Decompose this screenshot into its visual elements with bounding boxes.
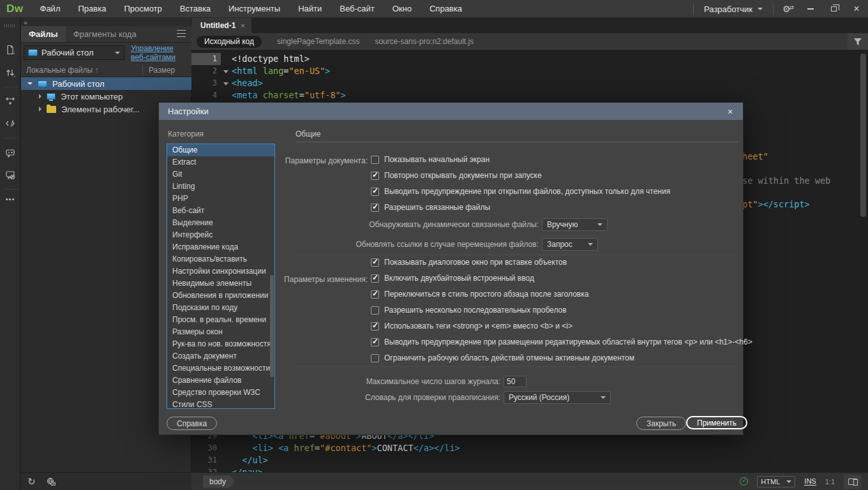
menubar-item[interactable]: Правка	[69, 0, 115, 18]
open-document-icon[interactable]	[4, 43, 17, 56]
category-item[interactable]: Git	[167, 168, 274, 181]
close-button[interactable]: Закрыть	[636, 417, 686, 430]
category-item[interactable]: Выделение	[167, 217, 274, 229]
category-item[interactable]: Подсказки по коду	[167, 302, 274, 314]
site-selector[interactable]: Рабочий стол	[24, 45, 124, 60]
category-item[interactable]: Сравнение файлов	[167, 375, 274, 387]
menubar-item[interactable]: Файл	[31, 0, 70, 18]
apply-comment-icon[interactable]	[4, 147, 17, 160]
checkbox[interactable]	[371, 188, 379, 196]
menubar-item[interactable]: Инструменты	[220, 0, 289, 18]
remove-comment-icon[interactable]	[4, 168, 17, 181]
close-tab-icon[interactable]	[241, 22, 244, 29]
refresh-icon[interactable]	[27, 476, 36, 487]
code-format-icon[interactable]	[4, 117, 17, 130]
code-lines-top[interactable]: 1 <!doctype html> 2 <html lang="en-US"> …	[191, 53, 855, 101]
checkbox[interactable]	[371, 172, 379, 180]
close-dialog-icon[interactable]	[724, 105, 737, 118]
live-reload-icon[interactable]	[4, 94, 17, 107]
menubar-item[interactable]: Вставка	[171, 0, 220, 18]
category-item[interactable]: Общие	[167, 144, 274, 156]
syntax-select[interactable]: HTML	[757, 476, 795, 487]
checkbox[interactable]	[371, 306, 379, 315]
toolbar-grip[interactable]	[4, 24, 16, 27]
related-file-js[interactable]: source-sans-pro:n2:default.js	[375, 37, 474, 46]
checkbox[interactable]	[371, 204, 379, 212]
collapse-chevron-icon[interactable]	[39, 107, 41, 112]
more-options-icon[interactable]	[4, 195, 17, 203]
file-activity-log-icon[interactable]	[46, 477, 56, 487]
category-item[interactable]: Специальные возможности	[167, 362, 274, 375]
manage-sites-link[interactable]: Управление веб-сайтами	[131, 44, 190, 62]
tab-snippets[interactable]: Фрагменты кода	[66, 26, 144, 42]
file-transfer-icon[interactable]	[4, 66, 17, 79]
tag-selector-body[interactable]: body	[203, 475, 235, 488]
tree-row-computer[interactable]: Этот компьютер	[21, 90, 191, 103]
code-lines-bottom[interactable]: 29 <li><a href="#about">ABOUT</a></li> 3…	[191, 430, 855, 479]
category-item[interactable]: Extract	[167, 156, 274, 168]
fold-arrow-icon[interactable]	[221, 89, 232, 101]
checkbox[interactable]	[371, 258, 379, 267]
category-item[interactable]: Копировать/вставить	[167, 253, 274, 265]
fold-arrow-icon[interactable]	[221, 53, 232, 65]
checkbox[interactable]	[371, 274, 379, 283]
editor-scrollbar[interactable]	[860, 54, 866, 217]
panel-menu-icon[interactable]	[177, 30, 186, 38]
category-item[interactable]: Средство проверки W3C	[167, 387, 274, 399]
menubar-item[interactable]: Просмотр	[115, 0, 170, 18]
menubar-item[interactable]: Окно	[384, 0, 421, 18]
menubar-item[interactable]: Справка	[421, 0, 471, 18]
apply-button[interactable]: Применить	[686, 416, 747, 429]
category-item[interactable]: Интерфейс	[167, 229, 274, 241]
checkbox[interactable]	[371, 156, 379, 164]
tab-files[interactable]: Файлы	[21, 26, 66, 42]
category-item[interactable]: Размеры окон	[167, 326, 274, 338]
category-item[interactable]: Linting	[167, 181, 274, 193]
category-item[interactable]: Веб-сайт	[167, 205, 274, 217]
lint-ok-icon[interactable]	[740, 477, 748, 486]
collapse-chevron-icon[interactable]	[39, 94, 41, 99]
checkbox[interactable]	[371, 322, 379, 330]
update-links-select[interactable]: Запрос	[542, 238, 598, 251]
category-item[interactable]: PHP	[167, 193, 274, 205]
restore-button[interactable]	[822, 0, 845, 18]
filter-related-files-icon[interactable]	[848, 33, 868, 50]
workspace-switcher[interactable]: Разработчик	[698, 4, 769, 14]
history-steps-input[interactable]	[504, 376, 527, 387]
dynamic-files-select[interactable]: Вручную	[542, 218, 608, 231]
minimize-button[interactable]	[799, 0, 822, 18]
related-file-css[interactable]: singlePageTemplate.css	[277, 37, 359, 46]
menubar-item[interactable]: Найти	[289, 0, 331, 18]
document-tab[interactable]: Untitled-1	[191, 18, 251, 33]
close-window-button[interactable]	[845, 0, 868, 18]
help-button[interactable]: Справка	[167, 417, 217, 430]
tree-row-desktop[interactable]: Рабочий стол	[21, 77, 191, 90]
checkbox[interactable]	[371, 290, 379, 299]
category-item[interactable]: Настройки синхронизации	[167, 265, 274, 278]
spelling-dictionary-select[interactable]: Русский (Россия)	[504, 391, 611, 404]
menubar-item[interactable]: Веб-сайт	[331, 0, 383, 18]
category-item[interactable]: Рук-ва по нов. возможностя	[167, 338, 274, 350]
category-list[interactable]: ОбщиеExtractGitLintingPHPВеб-сайтВыделен…	[167, 144, 275, 409]
column-local-files[interactable]: Локальные файлы ↑	[21, 66, 98, 75]
category-item[interactable]: Просм. в реальн. времени	[167, 314, 274, 326]
category-item[interactable]: Создать документ	[167, 350, 274, 362]
column-size[interactable]: Размер	[149, 66, 175, 75]
device-preview-button[interactable]	[844, 475, 862, 489]
category-list-scrollbar[interactable]	[270, 275, 274, 377]
sync-settings-gear-icon[interactable]	[777, 4, 799, 14]
category-item[interactable]: Невидимые элементы	[167, 278, 274, 290]
collapse-panel-icon[interactable]	[24, 19, 27, 26]
checkbox[interactable]	[371, 354, 379, 362]
source-code-button[interactable]: Исходный код	[197, 36, 262, 48]
fold-arrow-icon[interactable]	[221, 65, 232, 77]
fold-arrow-icon[interactable]	[221, 77, 232, 89]
dialog-titlebar[interactable]: Настройки	[159, 103, 743, 120]
category-item[interactable]: Стили CSS	[167, 399, 274, 409]
insert-mode-indicator[interactable]: INS	[804, 477, 816, 486]
expand-chevron-icon[interactable]	[27, 82, 33, 85]
category-item[interactable]: Обновления в приложении	[167, 290, 274, 302]
checkbox[interactable]	[371, 338, 379, 346]
checkbox-row: Выводить предупреждение при открытии фай…	[371, 187, 670, 196]
category-item[interactable]: Исправление кода	[167, 241, 274, 253]
